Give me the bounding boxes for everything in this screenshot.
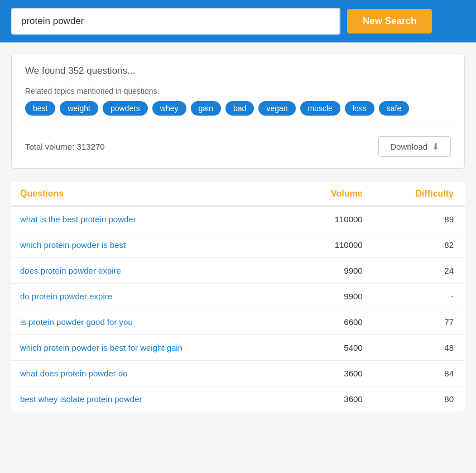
question-link-3[interactable]: do protein powder expire xyxy=(20,292,112,301)
tag-weight[interactable]: weight xyxy=(60,101,98,116)
tag-muscle[interactable]: muscle xyxy=(300,101,340,116)
tag-safe[interactable]: safe xyxy=(379,101,409,116)
volume-cell: 5400 xyxy=(293,335,374,361)
col-volume: Volume xyxy=(293,182,374,206)
difficulty-cell: - xyxy=(374,284,465,309)
difficulty-cell: 77 xyxy=(374,309,465,335)
table-row: do protein powder expire9900- xyxy=(11,284,465,309)
question-link-1[interactable]: which protein powder is best xyxy=(20,240,126,250)
question-link-7[interactable]: best whey isolate protein powder xyxy=(20,394,142,404)
total-volume-text: Total volume: 313270 xyxy=(25,142,105,151)
related-topics-label: Related topics mentioned in questions: xyxy=(25,87,451,95)
table-row: which protein powder is best11000082 xyxy=(11,232,465,258)
tag-vegan[interactable]: vegan xyxy=(258,101,295,116)
col-questions: Questions xyxy=(11,182,293,206)
difficulty-cell: 89 xyxy=(374,206,465,232)
volume-cell: 9900 xyxy=(293,258,374,284)
question-link-2[interactable]: does protein powder expire xyxy=(20,266,121,275)
volume-cell: 9900 xyxy=(293,284,374,309)
col-difficulty: Difficulty xyxy=(374,182,465,206)
table-header-row: Questions Volume Difficulty xyxy=(11,182,465,206)
difficulty-cell: 24 xyxy=(374,258,465,284)
volume-cell: 3600 xyxy=(293,361,374,386)
table-row: does protein powder expire990024 xyxy=(11,258,465,284)
tags-row: bestweightpowderswheygainbadveganmusclel… xyxy=(25,101,451,116)
question-link-4[interactable]: is protein powder good for you xyxy=(20,317,133,327)
table-row: what is the best protein powder11000089 xyxy=(11,206,465,232)
new-search-button[interactable]: New Search xyxy=(347,9,432,34)
table-row: what does protein powder do360084 xyxy=(11,361,465,386)
difficulty-cell: 80 xyxy=(374,386,465,412)
main-content: We found 352 questions... Related topics… xyxy=(0,42,476,423)
questions-table: Questions Volume Difficulty what is the … xyxy=(11,182,465,412)
table-row: which protein powder is best for weight … xyxy=(11,335,465,361)
volume-cell: 3600 xyxy=(293,386,374,412)
tag-whey[interactable]: whey xyxy=(152,101,186,116)
search-input[interactable] xyxy=(11,8,340,35)
download-button[interactable]: Download ⬇ xyxy=(378,136,451,157)
volume-cell: 110000 xyxy=(293,232,374,258)
question-link-6[interactable]: what does protein powder do xyxy=(20,369,128,378)
volume-row: Total volume: 313270 Download ⬇ xyxy=(25,127,451,157)
table-row: is protein powder good for you660077 xyxy=(11,309,465,335)
tag-gain[interactable]: gain xyxy=(191,101,221,116)
tag-powders[interactable]: powders xyxy=(103,101,148,116)
difficulty-cell: 84 xyxy=(374,361,465,386)
table-row: best whey isolate protein powder360080 xyxy=(11,386,465,412)
volume-cell: 6600 xyxy=(293,309,374,335)
difficulty-cell: 48 xyxy=(374,335,465,361)
download-label: Download xyxy=(390,142,427,151)
tag-bad[interactable]: bad xyxy=(225,101,254,116)
found-text: We found 352 questions... xyxy=(25,65,451,77)
download-icon: ⬇ xyxy=(432,141,439,152)
results-card: We found 352 questions... Related topics… xyxy=(11,54,465,169)
tag-loss[interactable]: loss xyxy=(345,101,374,116)
difficulty-cell: 82 xyxy=(374,232,465,258)
tag-best[interactable]: best xyxy=(25,101,55,116)
question-link-5[interactable]: which protein powder is best for weight … xyxy=(20,343,182,352)
volume-cell: 110000 xyxy=(293,206,374,232)
header: New Search xyxy=(0,0,476,42)
question-link-0[interactable]: what is the best protein powder xyxy=(20,214,136,224)
